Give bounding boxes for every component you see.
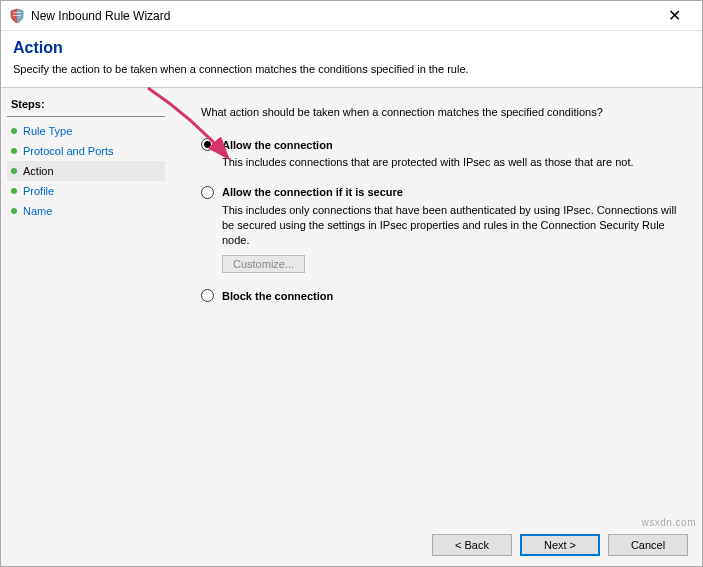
sidebar-item-label: Name (23, 205, 52, 217)
window-title: New Inbound Rule Wizard (31, 9, 170, 23)
svg-rect-1 (13, 15, 21, 16)
content-panel: What action should be taken when a conne… (171, 88, 702, 524)
step-bullet-icon (11, 168, 17, 174)
sidebar-item-protocol-and-ports[interactable]: Protocol and Ports (7, 141, 165, 161)
next-button[interactable]: Next > (520, 534, 600, 556)
steps-sidebar: Steps: Rule Type Protocol and Ports Acti… (1, 88, 171, 524)
wizard-footer: < Back Next > Cancel (1, 524, 702, 566)
cancel-button[interactable]: Cancel (608, 534, 688, 556)
page-title: Action (13, 39, 690, 57)
steps-heading: Steps: (7, 96, 165, 117)
close-icon[interactable]: ✕ (654, 6, 694, 25)
option-allow-secure-row[interactable]: Allow the connection if it is secure (201, 186, 680, 199)
sidebar-item-profile[interactable]: Profile (7, 181, 165, 201)
option-block: Block the connection (201, 289, 680, 302)
sidebar-item-label: Protocol and Ports (23, 145, 114, 157)
watermark: wsxdn.com (641, 517, 696, 528)
titlebar: New Inbound Rule Wizard ✕ (1, 1, 702, 31)
option-allow-secure-label: Allow the connection if it is secure (222, 186, 403, 198)
step-bullet-icon (11, 188, 17, 194)
sidebar-item-label: Rule Type (23, 125, 72, 137)
wizard-window: New Inbound Rule Wizard ✕ Action Specify… (0, 0, 703, 567)
sidebar-item-action[interactable]: Action (7, 161, 165, 181)
wizard-body: Steps: Rule Type Protocol and Ports Acti… (1, 87, 702, 524)
radio-allow[interactable] (201, 138, 214, 151)
svg-rect-0 (13, 12, 21, 13)
sidebar-item-label: Profile (23, 185, 54, 197)
sidebar-item-rule-type[interactable]: Rule Type (7, 121, 165, 141)
option-allow-secure-desc: This includes only connections that have… (222, 203, 680, 248)
sidebar-item-name[interactable]: Name (7, 201, 165, 221)
option-allow-label: Allow the connection (222, 139, 333, 151)
radio-allow-secure[interactable] (201, 186, 214, 199)
action-prompt: What action should be taken when a conne… (201, 106, 680, 118)
step-bullet-icon (11, 148, 17, 154)
customize-button: Customize... (222, 255, 305, 273)
option-allow-secure: Allow the connection if it is secure Thi… (201, 186, 680, 274)
sidebar-item-label: Action (23, 165, 54, 177)
page-description: Specify the action to be taken when a co… (13, 63, 690, 75)
page-header: Action Specify the action to be taken wh… (1, 31, 702, 87)
back-button[interactable]: < Back (432, 534, 512, 556)
option-allow-desc: This includes connections that are prote… (222, 155, 680, 170)
option-block-label: Block the connection (222, 290, 333, 302)
radio-block[interactable] (201, 289, 214, 302)
step-bullet-icon (11, 208, 17, 214)
option-allow: Allow the connection This includes conne… (201, 138, 680, 170)
step-bullet-icon (11, 128, 17, 134)
firewall-shield-icon (9, 8, 25, 24)
option-block-row[interactable]: Block the connection (201, 289, 680, 302)
option-allow-row[interactable]: Allow the connection (201, 138, 680, 151)
